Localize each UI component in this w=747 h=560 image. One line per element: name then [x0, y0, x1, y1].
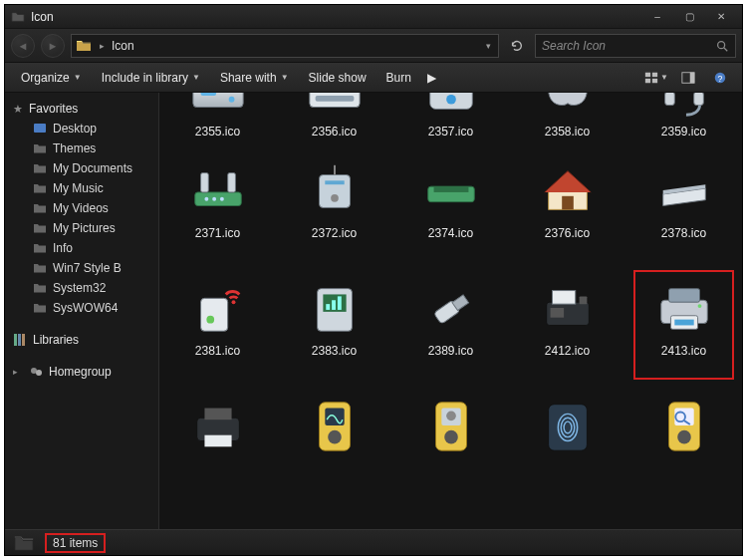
file-item[interactable]: 2421.ico — [276, 386, 392, 497]
svg-rect-57 — [670, 316, 697, 330]
file-name: 2371.ico — [195, 226, 240, 240]
svg-rect-27 — [693, 93, 703, 106]
wifi-device-icon — [186, 276, 250, 340]
preview-pane-button[interactable] — [674, 68, 702, 88]
svg-rect-37 — [334, 165, 336, 175]
file-item[interactable]: 2372.ico — [276, 150, 392, 268]
file-name: 2383.ico — [312, 344, 357, 358]
minimize-button[interactable]: – — [642, 8, 672, 26]
svg-point-23 — [446, 95, 456, 105]
folder-icon — [33, 201, 47, 215]
search-box[interactable] — [535, 34, 736, 58]
svg-point-32 — [212, 197, 216, 201]
sidebar-item-system32[interactable]: System32 — [5, 278, 158, 298]
svg-rect-39 — [433, 186, 468, 192]
svg-rect-41 — [200, 298, 227, 331]
search-icon — [715, 39, 729, 53]
chart-device-icon — [303, 276, 367, 340]
sidebar-item-documents[interactable]: My Documents — [5, 158, 158, 178]
search-input[interactable] — [542, 39, 715, 53]
folder-icon — [13, 532, 35, 554]
maximize-button[interactable]: ▢ — [674, 8, 704, 26]
sidebar-item-label: SysWOW64 — [53, 301, 118, 315]
item-count: 81 items — [45, 533, 106, 553]
file-name: 2389.ico — [428, 344, 473, 358]
svg-rect-9 — [34, 124, 46, 133]
burn-button[interactable]: Burn — [378, 68, 419, 88]
view-options-button[interactable]: ▼ — [642, 68, 670, 88]
file-name: 2358.ico — [545, 125, 590, 139]
sidebar-item-info[interactable]: Info — [5, 238, 158, 258]
svg-point-0 — [718, 41, 725, 48]
file-item[interactable]: 2357.ico — [392, 95, 509, 150]
scanner-icon — [652, 158, 716, 222]
sidebar-item-music[interactable]: My Music — [5, 178, 158, 198]
file-item[interactable]: 2376.ico — [509, 150, 625, 268]
svg-point-42 — [206, 316, 214, 324]
svg-point-43 — [231, 300, 235, 304]
sidebar-item-label: Win7 Style B — [53, 261, 122, 275]
file-item[interactable]: 2389.ico — [392, 268, 509, 386]
svg-rect-58 — [674, 320, 693, 326]
back-button[interactable]: ◄ — [11, 34, 35, 58]
forward-button[interactable]: ► — [41, 34, 65, 58]
file-item[interactable]: 2422.ico — [392, 386, 509, 497]
file-item[interactable]: 2412.ico — [509, 268, 625, 386]
file-item[interactable]: 2383.ico — [276, 268, 392, 386]
refresh-button[interactable] — [505, 34, 529, 58]
svg-rect-29 — [200, 173, 208, 192]
sidebar-item-themes[interactable]: Themes — [5, 139, 158, 158]
svg-rect-56 — [668, 289, 699, 303]
chevron-right-icon: ▸ — [13, 367, 23, 377]
address-bar[interactable]: ▸ Icon ▾ — [71, 34, 499, 58]
device-icon — [419, 93, 483, 123]
sidebar-item-desktop[interactable]: Desktop — [5, 119, 158, 139]
file-item[interactable]: 2358.ico — [509, 95, 625, 150]
file-item[interactable]: 2378.ico — [625, 150, 742, 268]
fax-icon — [536, 276, 600, 340]
file-item[interactable]: 2425.ico — [625, 386, 742, 497]
meter-icon — [303, 394, 367, 457]
share-with-button[interactable]: Share with▼ — [212, 68, 297, 88]
status-bar: 81 items — [5, 529, 742, 555]
favorites-header[interactable]: ★ Favorites — [5, 99, 158, 119]
sidebar-item-syswow64[interactable]: SysWOW64 — [5, 298, 158, 318]
svg-rect-4 — [652, 78, 657, 82]
sidebar-item-pictures[interactable]: My Pictures — [5, 218, 158, 238]
svg-rect-54 — [579, 296, 587, 304]
file-item[interactable]: 2414.ico — [159, 386, 276, 497]
svg-rect-6 — [690, 72, 694, 83]
history-dropdown-icon[interactable]: ▸ — [96, 41, 108, 51]
folder-icon — [33, 281, 47, 295]
file-item[interactable]: 2355.ico — [159, 95, 276, 150]
svg-point-65 — [328, 430, 342, 444]
file-item[interactable]: 2413.ico — [625, 268, 742, 386]
file-item[interactable]: 2424.ico — [509, 386, 625, 497]
organize-button[interactable]: Organize▼ — [13, 68, 90, 88]
play-button[interactable]: ▶ — [423, 68, 440, 88]
breadcrumb-dropdown-icon[interactable]: ▾ — [482, 41, 494, 51]
close-button[interactable]: ✕ — [706, 8, 736, 26]
svg-rect-55 — [660, 300, 707, 323]
item-view[interactable]: 2355.ico 2356.ico 2357.ico 2358.ico 2359… — [159, 93, 742, 529]
sidebar-item-win7style[interactable]: Win7 Style B — [5, 258, 158, 278]
folder-icon — [33, 141, 47, 155]
svg-rect-70 — [548, 405, 587, 451]
libraries-header[interactable]: Libraries — [5, 330, 158, 350]
file-item[interactable]: 2359.ico — [625, 95, 742, 150]
router-icon — [186, 158, 250, 222]
file-item[interactable]: 2381.ico — [159, 268, 276, 386]
file-item[interactable]: 2356.ico — [276, 95, 392, 150]
homegroup-header[interactable]: ▸ Homegroup — [5, 362, 158, 382]
slide-show-button[interactable]: Slide show — [301, 68, 374, 88]
svg-rect-28 — [194, 192, 241, 206]
include-in-library-button[interactable]: Include in library▼ — [94, 68, 208, 88]
sidebar-item-videos[interactable]: My Videos — [5, 198, 158, 218]
file-item[interactable]: 2371.ico — [159, 150, 276, 268]
homegroup-icon — [29, 365, 43, 379]
help-button[interactable]: ? — [706, 68, 734, 88]
svg-rect-15 — [192, 93, 242, 108]
file-item[interactable]: 2374.ico — [392, 150, 509, 268]
file-name: 2374.ico — [428, 226, 473, 240]
svg-rect-62 — [204, 435, 231, 447]
